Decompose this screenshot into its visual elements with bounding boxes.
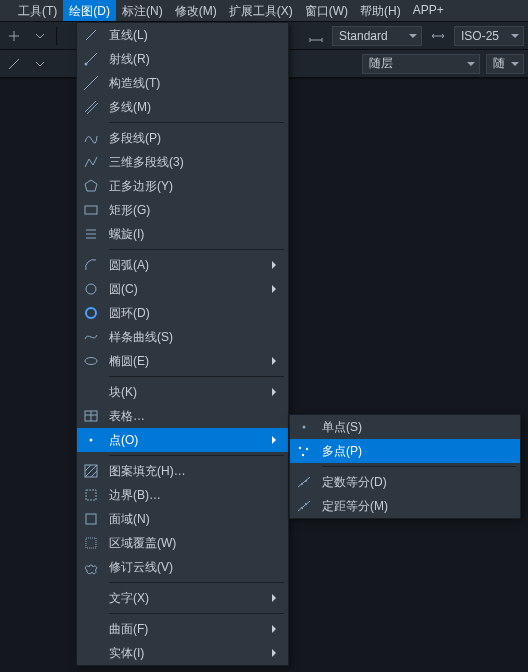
menu-label: 多点(P) <box>322 443 512 460</box>
menu-label: 正多边形(Y) <box>109 178 280 195</box>
hatch-icon <box>81 461 101 481</box>
generic-tool-icon <box>7 29 21 43</box>
menu-dimension[interactable]: 标注(N) <box>116 0 169 21</box>
svg-marker-7 <box>85 180 97 191</box>
toolbar-icon-2[interactable] <box>4 54 24 74</box>
toolbar-dropdown-icon[interactable] <box>30 26 50 46</box>
layer-bylayer-dropdown-2[interactable]: 随 <box>486 54 524 74</box>
menu-label: 矩形(G) <box>109 202 280 219</box>
submenu-item-multi-point[interactable]: 多点(P) <box>290 439 520 463</box>
svg-point-10 <box>86 308 96 318</box>
menu-item-region[interactable]: 面域(N) <box>77 507 288 531</box>
menu-item-table[interactable]: 表格… <box>77 404 288 428</box>
menu-extension[interactable]: 扩展工具(X) <box>223 0 299 21</box>
svg-point-24 <box>299 447 301 449</box>
multi-point-icon <box>294 441 314 461</box>
menu-item-helix[interactable]: 螺旋(I) <box>77 222 288 246</box>
menu-window[interactable]: 窗口(W) <box>299 0 354 21</box>
text-style-dropdown[interactable]: Standard <box>332 26 422 46</box>
submenu-arrow-icon <box>272 388 280 396</box>
svg-point-11 <box>85 358 97 365</box>
rectangle-icon <box>81 200 101 220</box>
helix-icon <box>81 224 101 244</box>
menu-label: 圆弧(A) <box>109 257 266 274</box>
menu-help[interactable]: 帮助(H) <box>354 0 407 21</box>
menu-tools[interactable]: 工具(T) <box>0 0 63 21</box>
polygon-icon <box>81 176 101 196</box>
menu-item-rectangle[interactable]: 矩形(G) <box>77 198 288 222</box>
boundary-icon <box>81 485 101 505</box>
donut-icon <box>81 303 101 323</box>
menu-item-revcloud[interactable]: 修订云线(V) <box>77 555 288 579</box>
chevron-down-icon <box>36 60 44 68</box>
menu-modify[interactable]: 修改(M) <box>169 0 223 21</box>
svg-line-30 <box>298 501 310 511</box>
menu-item-spline[interactable]: 样条曲线(S) <box>77 325 288 349</box>
dropdown-value: ISO-25 <box>461 29 499 43</box>
menu-label: 椭圆(E) <box>109 353 266 370</box>
menu-label: 定距等分(M) <box>322 498 512 515</box>
svg-line-4 <box>84 76 98 90</box>
menubar: 工具(T) 绘图(D) 标注(N) 修改(M) 扩展工具(X) 窗口(W) 帮助… <box>0 0 528 22</box>
spline-icon <box>81 327 101 347</box>
menu-item-donut[interactable]: 圆环(D) <box>77 301 288 325</box>
toolbar-icon[interactable] <box>4 26 24 46</box>
svg-line-18 <box>85 465 97 477</box>
submenu-item-measure[interactable]: 定距等分(M) <box>290 494 520 518</box>
menu-separator <box>109 455 284 456</box>
dim-icon[interactable] <box>428 26 448 46</box>
menu-item-surface[interactable]: 曲面(F) <box>77 617 288 641</box>
svg-point-15 <box>90 439 93 442</box>
menu-label: 定数等分(D) <box>322 474 512 491</box>
menu-label: 块(K) <box>109 384 266 401</box>
blank-icon <box>81 619 101 639</box>
submenu-arrow-icon <box>272 625 280 633</box>
menu-item-wipeout[interactable]: 区域覆盖(W) <box>77 531 288 555</box>
menu-label: 区域覆盖(W) <box>109 535 280 552</box>
blank-icon <box>81 382 101 402</box>
svg-line-19 <box>91 471 97 477</box>
submenu-item-single-point[interactable]: 单点(S) <box>290 415 520 439</box>
submenu-arrow-icon <box>272 261 280 269</box>
svg-line-17 <box>85 465 91 471</box>
svg-point-28 <box>301 483 303 485</box>
menu-item-ray[interactable]: 射线(R) <box>77 47 288 71</box>
arc-icon <box>81 255 101 275</box>
menu-item-hatch[interactable]: 图案填充(H)… <box>77 459 288 483</box>
menu-separator <box>109 249 284 250</box>
menu-label: 边界(B)… <box>109 487 280 504</box>
menu-item-point[interactable]: 点(O) <box>77 428 288 452</box>
dim-style-dropdown[interactable]: ISO-25 <box>454 26 524 46</box>
menu-item-polygon[interactable]: 正多边形(Y) <box>77 174 288 198</box>
menu-separator <box>109 376 284 377</box>
menu-item-arc[interactable]: 圆弧(A) <box>77 253 288 277</box>
menu-app-plus[interactable]: APP+ <box>407 0 450 21</box>
menu-label: 螺旋(I) <box>109 226 280 243</box>
dimension-icon <box>308 28 324 44</box>
menu-item-polyline[interactable]: 多段线(P) <box>77 126 288 150</box>
menu-item-boundary[interactable]: 边界(B)… <box>77 483 288 507</box>
layer-bylayer-dropdown-1[interactable]: 随层 <box>362 54 480 74</box>
menu-label: 射线(R) <box>109 51 280 68</box>
menu-item-block[interactable]: 块(K) <box>77 380 288 404</box>
submenu-item-divide[interactable]: 定数等分(D) <box>290 470 520 494</box>
revcloud-icon <box>81 557 101 577</box>
menu-label: 实体(I) <box>109 645 266 662</box>
polyline-icon <box>81 128 101 148</box>
menu-item-ellipse[interactable]: 椭圆(E) <box>77 349 288 373</box>
menu-item-3dpoly[interactable]: 三维多段线(3) <box>77 150 288 174</box>
svg-line-2 <box>86 53 97 64</box>
menu-item-circle[interactable]: 圆(C) <box>77 277 288 301</box>
menu-item-multiline[interactable]: 多线(M) <box>77 95 288 119</box>
toolbar-dropdown-icon-2[interactable] <box>30 54 50 74</box>
menu-item-solid[interactable]: 实体(I) <box>77 641 288 665</box>
menu-item-xline[interactable]: 构造线(T) <box>77 71 288 95</box>
menu-draw[interactable]: 绘图(D) <box>63 0 116 21</box>
menu-item-text[interactable]: 文字(X) <box>77 586 288 610</box>
menu-label: 三维多段线(3) <box>109 154 280 171</box>
ellipse-icon <box>81 351 101 371</box>
wipeout-icon <box>81 533 101 553</box>
svg-point-29 <box>305 480 307 482</box>
dimstyle-icon[interactable] <box>306 26 326 46</box>
menu-item-line[interactable]: 直线(L) <box>77 23 288 47</box>
